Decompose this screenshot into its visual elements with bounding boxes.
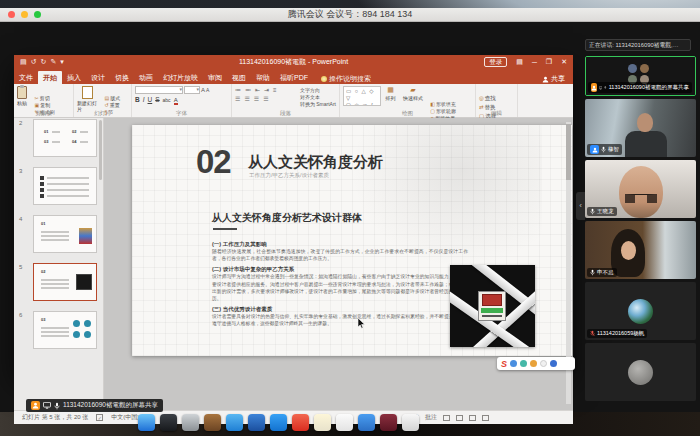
participant-tile[interactable] <box>585 343 696 401</box>
shrink-font-icon[interactable]: A <box>206 87 209 93</box>
participant-tile[interactable]: 王晓龙 <box>585 160 696 218</box>
tab-帮助[interactable]: 帮助 <box>251 71 275 84</box>
quick-styles-button[interactable]: ▰ 快速样式 <box>403 86 423 101</box>
dock-icon-siri[interactable] <box>182 414 199 431</box>
dock-icon-finder[interactable] <box>138 414 155 431</box>
find-button[interactable]: ◎查找 <box>479 95 496 102</box>
participant-tile[interactable]: 113142016090褚電觀的屏幕共享 <box>585 56 696 96</box>
dock-icon-books[interactable] <box>204 414 221 431</box>
spellcheck-icon[interactable]: ✓ <box>96 414 103 421</box>
shapes-gallery[interactable]: ▭ ○ △ ◇ ▽ ⬡ ☆ ⇨ { } <box>343 86 381 106</box>
slide-thumbnail-6[interactable]: 03 <box>33 311 97 349</box>
input-method-toolbar[interactable]: S <box>497 357 575 370</box>
share-button[interactable]: 共享 <box>542 74 565 84</box>
format-painter-icon[interactable]: ✎ <box>50 55 56 69</box>
thumbnail-scrollbar[interactable] <box>99 120 102 180</box>
arrange-button[interactable]: ▦ 排列 <box>385 86 395 101</box>
bullets-icon[interactable]: ≔ <box>235 86 241 93</box>
comments-toggle[interactable]: 批注 <box>425 413 437 422</box>
strikethrough-button[interactable]: S <box>155 96 159 103</box>
align-right-icon[interactable]: ☰ <box>254 95 259 102</box>
ime-icon[interactable] <box>510 360 517 367</box>
cut-button[interactable]: ✂剪切 <box>34 95 54 101</box>
tab-审阅[interactable]: 审阅 <box>203 71 227 84</box>
reset-button[interactable]: ↺重置 <box>104 102 120 108</box>
font-size-combo[interactable] <box>184 86 200 94</box>
dock-icon-notes[interactable] <box>314 414 331 431</box>
qat-dropdown-icon[interactable]: ▾ <box>60 55 64 69</box>
copy-button[interactable]: ▣复制 <box>34 102 54 108</box>
numbering-icon[interactable]: ≕ <box>245 86 251 93</box>
participant-tile[interactable]: 椽智 <box>585 99 696 157</box>
align-center-icon[interactable]: ☰ <box>244 95 249 102</box>
sogou-logo-icon[interactable]: S <box>501 359 507 369</box>
ime-icon[interactable] <box>540 360 547 367</box>
line-spacing-icon[interactable]: ≡ <box>273 87 277 93</box>
bold-button[interactable]: B <box>135 96 140 103</box>
smartart-button[interactable]: 转换为 SmartArt <box>300 101 336 107</box>
save-icon[interactable]: ▤ <box>20 55 27 69</box>
dock-icon-app-dark[interactable] <box>160 414 177 431</box>
shape-fill-button[interactable]: ◧形状填充 <box>430 101 456 107</box>
redo-icon[interactable]: ↻ <box>41 55 47 69</box>
tab-设计[interactable]: 设计 <box>86 71 110 84</box>
tab-插入[interactable]: 插入 <box>62 71 86 84</box>
slide-thumbnail-4[interactable]: 01 <box>33 215 97 253</box>
tab-文件[interactable]: 文件 <box>14 71 38 84</box>
underline-button[interactable]: U <box>148 96 153 103</box>
italic-button[interactable]: I <box>143 96 145 103</box>
tab-开始[interactable]: 开始 <box>38 71 62 84</box>
slideshow-icon[interactable] <box>482 415 489 421</box>
slide-thumbnail-3[interactable] <box>33 167 97 205</box>
indent-decrease-icon[interactable]: ⇤ <box>255 86 260 93</box>
dock-icon-messages[interactable] <box>358 414 375 431</box>
signin-button[interactable]: 登录 <box>484 57 507 67</box>
language-indicator[interactable]: 中文(中国) <box>111 413 139 422</box>
slide-thumbnail-2[interactable]: 01020304 <box>33 119 97 157</box>
dock-icon-theater[interactable] <box>380 414 397 431</box>
align-text-button[interactable]: 对齐文本 <box>300 94 336 100</box>
ribbon-options-icon[interactable]: ▤ <box>516 58 523 66</box>
tab-视图[interactable]: 视图 <box>227 71 251 84</box>
justify-icon[interactable]: ☰ <box>263 95 268 102</box>
ime-icon[interactable] <box>520 360 527 367</box>
tab-切换[interactable]: 切换 <box>110 71 134 84</box>
tab-幻灯片放映[interactable]: 幻灯片放映 <box>158 71 203 84</box>
participant-tile[interactable]: 113142016059杨帆 <box>585 282 696 340</box>
undo-icon[interactable]: ↺ <box>31 55 37 69</box>
dock-icon-safari[interactable] <box>226 414 243 431</box>
char-spacing-button[interactable]: abc <box>163 97 171 103</box>
slide[interactable]: 02 从人文关怀角度分析 工作压力/甲乙方关系/设计者素质 从人文关怀角度分析艺… <box>132 125 572 356</box>
font-color-button[interactable]: A <box>174 97 178 105</box>
paste-button[interactable]: 粘贴 <box>17 86 27 106</box>
canvas-scrollbar-thumb[interactable] <box>566 124 571 180</box>
tell-me-search[interactable]: 操作说明搜索 <box>321 74 371 84</box>
ime-icon[interactable] <box>550 360 557 367</box>
sidebar-collapse-handle[interactable]: ‹ <box>576 192 585 220</box>
layout-button[interactable]: ▤版式 <box>104 95 120 101</box>
participant-tile[interactable]: 申不忌 <box>585 221 696 279</box>
align-left-icon[interactable]: ☰ <box>235 95 240 102</box>
normal-view-icon[interactable] <box>443 415 450 421</box>
slide-sorter-icon[interactable] <box>456 415 463 421</box>
dock-icon-app-store[interactable] <box>270 414 287 431</box>
text-direction-button[interactable]: 文字方向 <box>300 87 336 93</box>
tab-动画[interactable]: 动画 <box>134 71 158 84</box>
dock-icon-mail[interactable] <box>248 414 265 431</box>
minimize-icon[interactable]: ─ <box>532 59 537 66</box>
close-icon[interactable]: ✕ <box>561 58 567 66</box>
grow-font-icon[interactable]: A <box>201 87 205 93</box>
font-family-combo[interactable] <box>135 86 183 94</box>
dock-icon-calendar[interactable] <box>336 414 353 431</box>
dock-icon-photos[interactable] <box>402 414 419 431</box>
reading-view-icon[interactable] <box>469 415 476 421</box>
screen-share-pill[interactable]: 113142016090褚電觀的屏幕共享 <box>26 399 163 412</box>
thumb-bar <box>41 331 69 333</box>
tab-福昕PDF[interactable]: 福昕PDF <box>275 71 313 84</box>
ime-icon[interactable] <box>530 360 537 367</box>
restore-icon[interactable]: ❐ <box>546 58 552 66</box>
slide-thumbnail-5[interactable]: 02 <box>33 263 97 301</box>
indent-increase-icon[interactable]: ⇥ <box>264 86 269 93</box>
dock-icon-music[interactable] <box>292 414 309 431</box>
thumbnail-row: 3 <box>14 167 104 205</box>
